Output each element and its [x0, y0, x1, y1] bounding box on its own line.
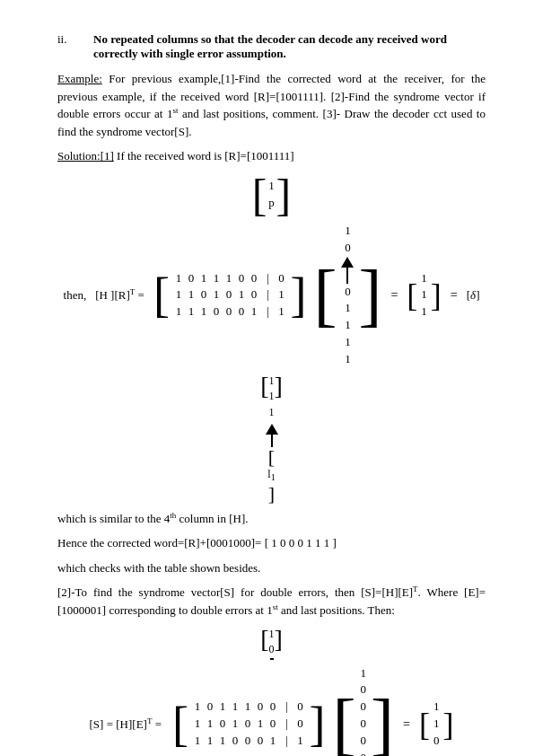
aug-matrix-2: 1011100 | 0 1101010 | 0 1110001 | 1	[194, 699, 304, 750]
equals2: =	[451, 288, 458, 303]
checks-text: which checks with the table shown beside…	[57, 559, 486, 577]
then-label: then,	[64, 288, 87, 303]
result-vec-1: 1 1 1	[421, 270, 427, 321]
part2-paragraph: [2]-To find the syndrome vector[S] for d…	[57, 584, 486, 620]
arrow-line	[346, 268, 348, 284]
section-text: No repeated columns so that the decoder …	[93, 32, 486, 61]
vec-bracket-left: [	[313, 260, 337, 330]
aug-bracket-right: ]	[290, 271, 306, 320]
example-intro-text: For previous example,[1]-Find the correc…	[57, 72, 486, 138]
solution-line: Solution:[1] If the received word is [R]…	[57, 147, 486, 165]
equals1: =	[390, 288, 398, 303]
aug-matrix: 1011100 | 0 1101010 | 1 1110001 | 1	[175, 270, 285, 321]
matrix-equation-2: [S] = [H][E]T = [ 1011100 | 0 1101010 | …	[57, 665, 486, 756]
bracket-right-r: ]	[276, 172, 292, 217]
res1-bracket-right: ]	[431, 279, 442, 312]
corrected-word-text: Hence the corrected word=[R]+[0001000]= …	[57, 534, 486, 552]
section-heading: ii. No repeated columns so that the deco…	[57, 32, 486, 61]
matrix-equation-1: then, [H ][R]T = [ 1011100 | 0 1101010 |…	[57, 223, 486, 368]
vector-r-display: [ 1 p ]	[57, 172, 486, 217]
arrow-up-icon-2	[266, 424, 278, 435]
s-label: [δ]	[467, 288, 480, 303]
solution-label: Solution:[1]	[57, 149, 114, 163]
arrow-section: [ l1 ]	[57, 424, 486, 504]
sup-st: st	[172, 106, 178, 115]
example-paragraph: Example: For previous example,[1]-Find t…	[57, 70, 486, 140]
bottom-vec-display: [ 1 1 1 ]	[57, 374, 486, 420]
which-text: which is similar to the 4th column in [H…	[57, 509, 486, 527]
s-eq-label: [S] = [H][E]T =	[90, 716, 162, 732]
res1-bracket-left: [	[407, 279, 417, 312]
vector-r-col: 1 0 0 1 1 1 1	[341, 223, 354, 368]
vec-top-2: [ 1 0 ]	[57, 627, 486, 660]
result-vec-2: 1 1 0	[433, 699, 440, 750]
vector-e-col: 1 0 0 0 0 0 1	[361, 665, 367, 756]
vec-bracket-right: ]	[358, 260, 381, 330]
arrow-up-icon	[341, 257, 354, 268]
bracket-left-r: [	[252, 172, 267, 217]
vector-r-inner: 1 p	[268, 178, 276, 212]
example-label: Example:	[57, 72, 102, 85]
matrix-hr-label: [H ][R]T =	[95, 287, 144, 303]
aug-bracket-left: [	[153, 271, 170, 320]
solution-text: If the received word is [R]=[1001111]	[117, 149, 294, 163]
section-num: ii.	[57, 32, 93, 47]
